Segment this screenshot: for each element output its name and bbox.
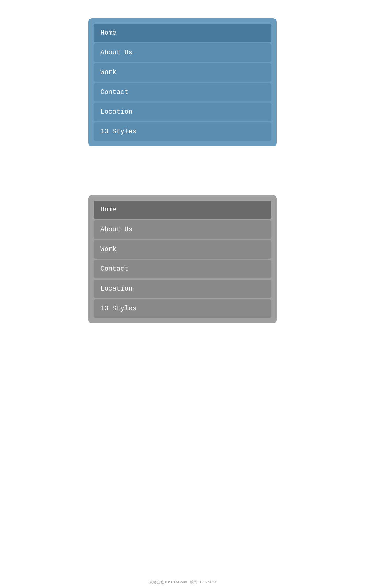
blue-nav-item-home[interactable]: Home: [94, 24, 271, 42]
gray-nav-item-home[interactable]: Home: [94, 201, 271, 219]
gray-nav-item-location[interactable]: Location: [94, 280, 271, 298]
blue-nav-item-contact[interactable]: Contact: [94, 83, 271, 101]
gray-nav-item-about-us[interactable]: About Us: [94, 220, 271, 239]
watermark: 素材公社 sucaishe.com 编号: 13394173: [149, 580, 216, 585]
gray-nav-item-contact[interactable]: Contact: [94, 260, 271, 278]
blue-nav-item-about-us[interactable]: About Us: [94, 43, 271, 62]
gray-nav-item-work[interactable]: Work: [94, 240, 271, 259]
blue-nav-item-13-styles[interactable]: 13 Styles: [94, 122, 271, 141]
gray-nav-menu: Home About Us Work Contact Location 13 S…: [88, 195, 277, 323]
gray-nav-item-13-styles[interactable]: 13 Styles: [94, 299, 271, 318]
blue-nav-item-location[interactable]: Location: [94, 103, 271, 121]
blue-nav-menu: Home About Us Work Contact Location 13 S…: [88, 18, 277, 146]
blue-nav-item-work[interactable]: Work: [94, 63, 271, 82]
